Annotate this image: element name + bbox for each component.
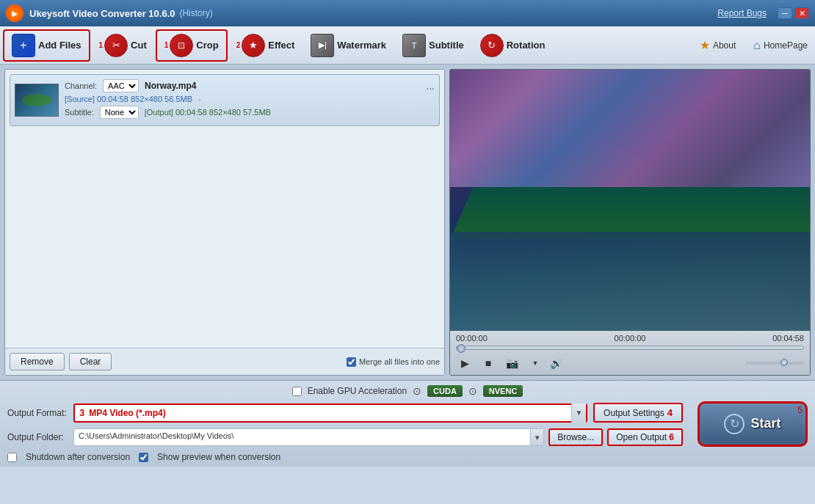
app-history: (History) — [179, 8, 212, 18]
progress-thumb[interactable] — [457, 344, 466, 353]
playback-controls: ▶ ■ 📷 ▼ 🔊 — [456, 354, 804, 372]
nvidia-icon2: ⊙ — [468, 385, 477, 397]
minimize-button[interactable]: ─ — [778, 7, 792, 19]
preview-label: Show preview when conversion — [157, 452, 280, 462]
folder-row: Output Folder: C:\Users\Administrator\De… — [7, 428, 683, 446]
volume-icon: 🔊 — [550, 357, 562, 369]
start-icon: ↻ — [724, 414, 745, 434]
start-label: Start — [750, 416, 780, 431]
file-list: Channel: AAC Norway.mp4 ... [Source] 00:… — [5, 70, 444, 348]
gpu-label: Enable GPU Acceleration — [308, 386, 407, 396]
subtitle-select[interactable]: None — [100, 106, 139, 119]
time-mid: 00:00:00 — [615, 334, 646, 343]
format-row: Output Format: 3 MP4 Video (*.mp4) ▼ Out… — [7, 403, 683, 423]
format-dropdown-arrow[interactable]: ▼ — [571, 403, 586, 423]
options-row: Shutdown after conversion Show preview w… — [7, 452, 683, 462]
time-bar: 00:00:00 00:00:00 00:04:58 — [456, 334, 804, 343]
progress-track[interactable] — [456, 346, 804, 350]
remove-button[interactable]: Remove — [10, 353, 65, 370]
preview-checkbox[interactable] — [139, 453, 148, 462]
app-title: Ukeysoft Video Converter 10.6.0 — [29, 8, 175, 19]
preview-panel: 00:00:00 00:00:00 00:04:58 ▶ ■ 📷 ▼ 🔊 — [449, 69, 811, 376]
watermark-button[interactable]: ▶| Watermark — [303, 31, 394, 60]
format-number: 3 — [75, 407, 89, 418]
merge-checkbox[interactable] — [347, 357, 356, 367]
close-button[interactable]: ✕ — [794, 7, 809, 19]
source-info: [Source] 00:04:58 852×480 56.5MB — [65, 95, 192, 103]
volume-track[interactable] — [745, 362, 804, 365]
cuda-badge[interactable]: CUDA — [427, 385, 463, 397]
shutdown-label: Shutdown after conversion — [26, 452, 130, 462]
format-select-wrapper[interactable]: 3 MP4 Video (*.mp4) ▼ — [73, 403, 587, 423]
rotation-button[interactable]: ↻ Rotation — [473, 31, 553, 60]
about-button[interactable]: ★ About — [695, 35, 740, 55]
start-button[interactable]: ↻ Start 5 — [698, 401, 808, 447]
volume-thumb[interactable] — [780, 359, 788, 366]
channel-label: Channel: — [65, 81, 97, 90]
output-settings-button[interactable]: Output Settings 4 — [593, 403, 683, 423]
folder-input[interactable]: C:\Users\Administrator\Desktop\My Videos… — [73, 428, 544, 446]
screenshot-dropdown[interactable]: ▼ — [526, 354, 544, 372]
start-num: 5 — [797, 405, 803, 415]
cut-button[interactable]: 1 ✂ Cut — [92, 31, 154, 60]
preview-video — [450, 70, 810, 331]
home-icon: ⌂ — [753, 39, 761, 52]
shutdown-checkbox[interactable] — [7, 453, 17, 462]
start-button-area: ↻ Start 5 — [698, 401, 808, 447]
preview-clouds — [450, 70, 810, 187]
app-logo: ▶ — [6, 4, 23, 22]
bottom-bar: Enable GPU Acceleration ⊙ CUDA ⊙ NVENC O… — [0, 380, 815, 467]
merge-label: Merge all files into one — [359, 357, 440, 366]
titlebar: ▶ Ukeysoft Video Converter 10.6.0 (Histo… — [0, 0, 815, 26]
folder-dropdown-arrow[interactable]: ▼ — [530, 429, 543, 445]
about-icon: ★ — [700, 38, 710, 52]
add-files-button[interactable]: + Add Files — [3, 29, 90, 62]
gpu-checkbox[interactable] — [292, 387, 302, 396]
crop-button[interactable]: 1 ⊡ Crop — [156, 29, 228, 62]
time-start: 00:00:00 — [456, 334, 488, 343]
preview-controls: 00:00:00 00:00:00 00:04:58 ▶ ■ 📷 ▼ 🔊 — [450, 331, 810, 375]
file-item[interactable]: Channel: AAC Norway.mp4 ... [Source] 00:… — [10, 74, 440, 126]
screenshot-button[interactable]: 📷 — [503, 354, 521, 372]
format-label: Output Format: — [7, 408, 73, 418]
play-button[interactable]: ▶ — [456, 354, 474, 372]
file-name: Norway.mp4 — [145, 81, 420, 91]
gpu-row: Enable GPU Acceleration ⊙ CUDA ⊙ NVENC — [7, 385, 808, 397]
main-area: Channel: AAC Norway.mp4 ... [Source] 00:… — [0, 65, 815, 380]
nvidia-icon1: ⊙ — [413, 385, 421, 397]
file-panel-bottom: Remove Clear Merge all files into one — [5, 348, 444, 375]
nvenc-badge[interactable]: NVENC — [483, 385, 524, 397]
report-bugs-link[interactable]: Report Bugs — [717, 8, 767, 18]
output-info: [Output] 00:04:58 852×480 57.5MB — [145, 108, 271, 117]
clear-button[interactable]: Clear — [69, 353, 112, 370]
effect-button[interactable]: 2 ★ Effect — [229, 31, 303, 60]
file-thumbnail — [15, 84, 59, 117]
open-output-button[interactable]: Open Output 6 — [607, 428, 683, 446]
folder-path: C:\Users\Administrator\Desktop\My Videos… — [74, 429, 530, 445]
dash-separator: - — [198, 95, 201, 103]
folder-label: Output Folder: — [7, 432, 73, 442]
format-text: MP4 Video (*.mp4) — [89, 408, 571, 418]
file-panel: Channel: AAC Norway.mp4 ... [Source] 00:… — [4, 69, 445, 376]
subtitle-label: Subtitle: — [65, 108, 94, 117]
homepage-button[interactable]: ⌂ HomePage — [749, 36, 812, 55]
browse-button[interactable]: Browse... — [548, 428, 603, 446]
file-metadata: Channel: AAC Norway.mp4 ... [Source] 00:… — [65, 79, 435, 121]
time-end: 00:04:58 — [772, 334, 804, 343]
file-more-btn[interactable]: ... — [426, 80, 435, 92]
subtitle-button[interactable]: T Subtitle — [395, 31, 471, 60]
toolbar: + Add Files 1 ✂ Cut 1 ⊡ Crop 2 ★ Effect … — [0, 26, 815, 65]
stop-button[interactable]: ■ — [479, 354, 497, 372]
channel-select[interactable]: AAC — [103, 79, 139, 92]
